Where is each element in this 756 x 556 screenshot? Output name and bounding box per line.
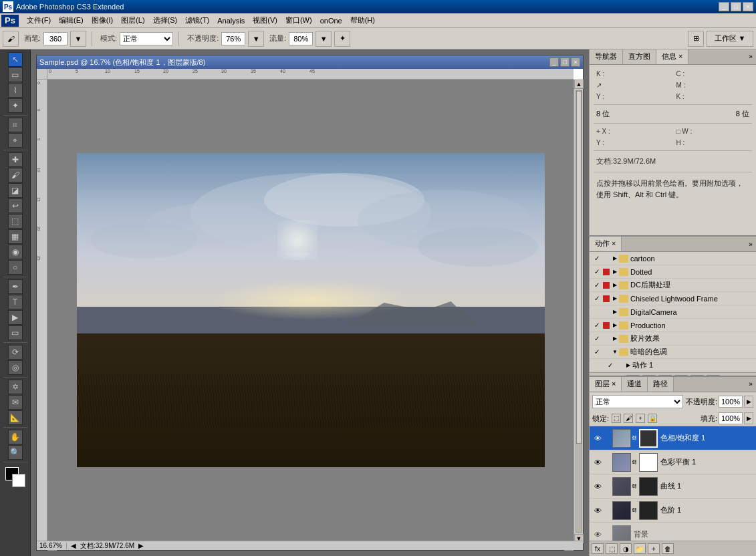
menu-onone[interactable]: onOne (316, 15, 346, 26)
action-check-film[interactable]: ✓ (592, 334, 602, 343)
action-item-film[interactable]: ✓ ▶ 胶片效果 (590, 332, 756, 345)
blend-mode-select[interactable]: 正常 (120, 32, 173, 45)
stamp-tool[interactable]: ◪ (8, 183, 23, 198)
layer-delete-btn[interactable]: 🗑 (662, 543, 674, 554)
action-check-dark[interactable]: ✓ (592, 348, 602, 357)
menu-help[interactable]: 帮助(H) (346, 14, 379, 27)
action-item-production[interactable]: ✓ ▶ Production (590, 319, 756, 332)
action-check-action1[interactable]: ✓ (606, 361, 615, 370)
layout-icon[interactable]: ⊞ (688, 31, 704, 47)
menu-image[interactable]: 图像(I) (88, 14, 117, 27)
eraser-tool[interactable]: ⬚ (8, 214, 23, 229)
action-expand-digitalcamera[interactable]: ▶ (611, 308, 619, 316)
flow-dropdown-button[interactable]: ▼ (316, 31, 332, 47)
canvas-maximize-btn[interactable]: □ (560, 57, 570, 67)
brush-size-input[interactable]: 360 (43, 32, 68, 45)
layer-opacity-arrow[interactable]: ▶ (744, 396, 753, 408)
scroll-up-btn[interactable]: ▲ (574, 80, 584, 89)
menu-analysis[interactable]: Analysis (213, 15, 249, 26)
menu-view[interactable]: 视图(V) (249, 14, 281, 27)
tab-actions[interactable]: 动作 × (590, 237, 622, 251)
hand-tool[interactable]: ✋ (8, 430, 23, 444)
lock-all-btn[interactable]: 🔒 (648, 414, 657, 423)
menu-edit[interactable]: 编辑(E) (55, 14, 88, 27)
layer-eye-color-balance[interactable]: 👁 (592, 457, 603, 468)
path-select-tool[interactable]: ▶ (8, 310, 23, 325)
canvas-window-buttons[interactable]: _ □ × (549, 57, 580, 67)
opacity-dropdown-button[interactable]: ▼ (248, 31, 264, 47)
action-item-chiseled[interactable]: ✓ ▶ Chiseled Lightwood Frame (590, 292, 756, 305)
maximize-button[interactable]: □ (731, 2, 741, 11)
opacity-input[interactable]: 76% (221, 32, 245, 45)
action-check-production[interactable]: ✓ (592, 321, 602, 330)
action-item-action1[interactable]: ✓ ▶ 动作 1 (590, 359, 756, 372)
layer-style-btn[interactable]: fx (592, 543, 604, 554)
layer-item-levels[interactable]: 👁 ⛓ 色阶 1 (590, 499, 756, 523)
brush-options-button[interactable]: ▼ (70, 31, 86, 47)
gradient-tool[interactable]: ▦ (8, 229, 23, 244)
layer-eye-levels[interactable]: 👁 (592, 505, 603, 516)
healing-tool[interactable]: ✚ (8, 152, 23, 167)
brush-tool-icon[interactable]: 🖌 (3, 31, 19, 47)
menu-filter[interactable]: 滤镜(T) (181, 14, 213, 27)
menu-layer[interactable]: 图层(L) (117, 14, 148, 27)
tab-channels[interactable]: 通道 (622, 377, 648, 392)
action-expand-production[interactable]: ▶ (611, 321, 619, 329)
layers-panel-close[interactable]: » (745, 377, 756, 390)
tab-histogram[interactable]: 直方图 (623, 49, 656, 64)
magic-wand-tool[interactable]: ✦ (8, 98, 23, 113)
shape-tool[interactable]: ▭ (8, 325, 23, 340)
action-item-digitalcamera[interactable]: ▶ DigitalCamera (590, 305, 756, 319)
pen-tool[interactable]: ✒ (8, 279, 23, 294)
canvas-image-area[interactable] (47, 80, 574, 541)
measure-tool[interactable]: 📐 (8, 410, 23, 425)
action-expand-dark[interactable]: ▼ (611, 348, 619, 356)
layer-item-hue-sat[interactable]: 👁 ⛓ 色相/饱和度 1 (590, 426, 756, 450)
action-check-dotted[interactable]: ✓ (592, 267, 602, 277)
window-buttons[interactable]: _ □ × (719, 2, 753, 11)
nav-panel-close[interactable]: » (745, 49, 756, 63)
action-item-dark[interactable]: ✓ ▼ 暗暗的色调 (590, 345, 756, 359)
action-expand-dotted[interactable]: ▶ (611, 268, 619, 276)
layer-group-btn[interactable]: 📁 (634, 543, 646, 554)
lasso-tool[interactable]: ⌇ (8, 83, 23, 98)
lock-position-btn[interactable]: + (636, 414, 645, 423)
layer-new-btn[interactable]: + (648, 543, 660, 554)
action-expand-cartoon[interactable]: ▶ (611, 255, 619, 263)
action-item-cartoon[interactable]: ✓ ▶ cartoon (590, 252, 756, 265)
layer-item-background[interactable]: 👁 背景 (590, 523, 756, 541)
blur-tool[interactable]: ◉ (8, 245, 23, 259)
menu-file[interactable]: 文件(F) (23, 14, 55, 27)
layer-item-color-balance[interactable]: 👁 ⛓ 色彩平衡 1 (590, 450, 756, 474)
dodge-tool[interactable]: ○ (8, 260, 23, 275)
3d-rotate-tool[interactable]: ⟳ (8, 345, 23, 360)
action-check-chiseled[interactable]: ✓ (592, 294, 602, 303)
minimize-button[interactable]: _ (719, 2, 729, 11)
scroll-thumb-v[interactable] (576, 91, 582, 444)
tab-navigator[interactable]: 导航器 (590, 49, 623, 64)
action-check-digitalcamera[interactable] (592, 307, 602, 317)
scroll-track-v[interactable] (576, 90, 582, 533)
background-color[interactable] (12, 474, 25, 487)
layer-opacity-input[interactable]: 100% (719, 396, 743, 408)
action-check-cartoon[interactable]: ✓ (592, 254, 602, 263)
status-arrow-left[interactable]: ◀ (71, 542, 76, 549)
tab-info[interactable]: 信息 × (656, 49, 688, 64)
notes-tool[interactable]: ✉ (8, 395, 23, 410)
layer-item-curves[interactable]: 👁 ⛓ 曲线 1 (590, 474, 756, 499)
action-expand-action1[interactable]: ▶ (624, 362, 632, 370)
lock-transparent-btn[interactable]: ⬚ (612, 414, 621, 423)
zoom-tool[interactable]: 🔍 (8, 445, 23, 460)
layer-blend-mode-select[interactable]: 正常 (592, 395, 683, 408)
fill-input[interactable]: 100% (719, 412, 743, 424)
layer-adjustment-btn[interactable]: ◑ (620, 543, 632, 554)
action-item-dotted[interactable]: ✓ ▶ Dotted (590, 265, 756, 279)
lock-image-btn[interactable]: 🖌 (624, 414, 633, 423)
canvas-minimize-btn[interactable]: _ (549, 57, 559, 67)
text-tool[interactable]: T (8, 295, 23, 309)
history-brush-tool[interactable]: ↩ (8, 198, 23, 213)
layer-eye-curves[interactable]: 👁 (592, 481, 603, 492)
flow-input[interactable]: 80% (289, 32, 313, 45)
foreground-background-colors[interactable] (5, 467, 25, 487)
fill-arrow[interactable]: ▶ (744, 412, 753, 424)
